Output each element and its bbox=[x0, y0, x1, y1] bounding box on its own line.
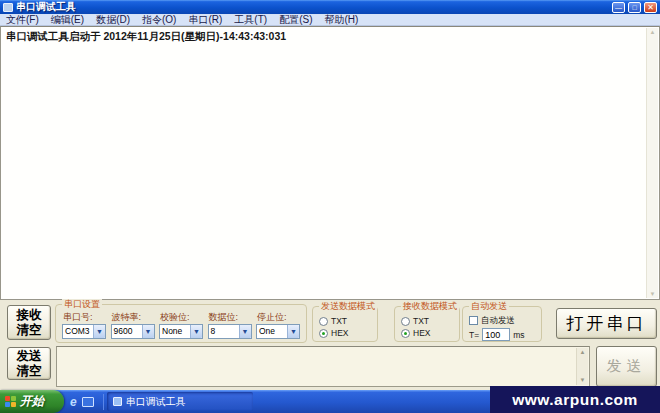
baudrate-field: 波特率: 9600 ▼ bbox=[111, 312, 155, 342]
receive-mode-txt-label: TXT bbox=[413, 316, 429, 326]
menu-help[interactable]: 帮助(H) bbox=[324, 14, 358, 26]
radio-icon[interactable] bbox=[319, 317, 328, 326]
menu-file[interactable]: 文件(F) bbox=[6, 14, 39, 26]
databits-select[interactable]: 8 ▼ bbox=[208, 324, 252, 339]
send-mode-hex-label: HEX bbox=[331, 328, 348, 338]
chevron-down-icon[interactable]: ▼ bbox=[190, 325, 202, 338]
stopbits-select[interactable]: One ▼ bbox=[256, 324, 300, 339]
auto-send-group: 自动发送 自动发送 T= ms bbox=[462, 306, 542, 342]
menu-data[interactable]: 数据(D) bbox=[96, 14, 130, 26]
receive-log-area[interactable]: 串口调试工具启动于 2012年11月25日(星期日)-14:43:43:031 … bbox=[0, 26, 660, 300]
menu-bar: 文件(F) 编辑(E) 数据(D) 指令(O) 串口(R) 工具(T) 配置(S… bbox=[0, 14, 660, 26]
auto-send-option[interactable]: 自动发送 bbox=[469, 314, 541, 326]
receive-mode-txt-option[interactable]: TXT bbox=[401, 315, 459, 327]
close-button[interactable]: ✕ bbox=[644, 2, 657, 13]
radio-selected-icon[interactable] bbox=[319, 329, 328, 338]
interval-input[interactable] bbox=[482, 328, 510, 341]
startup-log-line: 串口调试工具启动于 2012年11月25日(星期日)-14:43:43:031 bbox=[6, 30, 654, 44]
show-desktop-icon[interactable] bbox=[82, 397, 94, 407]
receive-mode-hex-option[interactable]: HEX bbox=[401, 327, 459, 339]
send-scrollbar[interactable]: ▲ ▼ bbox=[576, 348, 588, 385]
parity-field: 校验位: None ▼ bbox=[159, 312, 203, 342]
watermark-banner: www.arpun.com bbox=[490, 386, 660, 413]
internet-explorer-icon[interactable]: e bbox=[70, 396, 77, 408]
send-input[interactable]: ▲ ▼ bbox=[56, 346, 590, 387]
send-mode-txt-option[interactable]: TXT bbox=[319, 315, 377, 327]
scroll-down-icon[interactable]: ▼ bbox=[580, 376, 586, 385]
chevron-down-icon[interactable]: ▼ bbox=[93, 325, 105, 338]
menu-tools[interactable]: 工具(T) bbox=[234, 14, 267, 26]
receive-clear-button[interactable]: 接收 清空 bbox=[7, 305, 51, 340]
serial-settings-title: 串口设置 bbox=[62, 299, 102, 309]
send-mode-hex-option[interactable]: HEX bbox=[319, 327, 377, 339]
baudrate-select[interactable]: 9600 ▼ bbox=[111, 324, 155, 339]
maximize-button[interactable]: □ bbox=[628, 2, 641, 13]
send-mode-txt-label: TXT bbox=[331, 316, 347, 326]
quick-launch-bar: e bbox=[64, 396, 100, 408]
scroll-up-icon[interactable]: ▲ bbox=[580, 348, 586, 357]
stopbits-label: 停止位: bbox=[257, 312, 300, 322]
stopbits-value: One bbox=[257, 325, 287, 338]
taskbar-divider bbox=[103, 394, 104, 410]
scroll-down-icon[interactable]: ▼ bbox=[650, 290, 656, 298]
scroll-up-icon[interactable]: ▲ bbox=[650, 28, 656, 36]
chevron-down-icon[interactable]: ▼ bbox=[142, 325, 154, 338]
chevron-down-icon[interactable]: ▼ bbox=[287, 325, 299, 338]
chevron-down-icon[interactable]: ▼ bbox=[239, 325, 251, 338]
baudrate-value: 9600 bbox=[112, 325, 142, 338]
send-mode-title: 发送数据模式 bbox=[319, 301, 377, 311]
parity-label: 校验位: bbox=[160, 312, 203, 322]
send-mode-group: 发送数据模式 TXT HEX bbox=[312, 306, 378, 342]
receive-mode-group: 接收数据模式 TXT HEX bbox=[394, 306, 460, 342]
interval-prefix-label: T= bbox=[469, 330, 479, 340]
app-window-icon bbox=[113, 397, 122, 406]
databits-label: 数据位: bbox=[209, 312, 252, 322]
control-panel: 接收 清空 发送 清空 串口设置 串口号: COM3 ▼ 波特率: 9600 ▼… bbox=[0, 300, 660, 390]
title-bar: 串口调试工具 — □ ✕ bbox=[0, 0, 660, 14]
port-label: 串口号: bbox=[63, 312, 106, 322]
databits-field: 数据位: 8 ▼ bbox=[208, 312, 252, 342]
taskbar-task-button[interactable]: 串口调试工具 bbox=[107, 392, 253, 411]
watermark-text: www.arpun.com bbox=[512, 391, 638, 409]
receive-mode-title: 接收数据模式 bbox=[401, 301, 459, 311]
open-port-button[interactable]: 打开串口 bbox=[556, 308, 657, 339]
radio-selected-icon[interactable] bbox=[401, 329, 410, 338]
port-field: 串口号: COM3 ▼ bbox=[62, 312, 106, 342]
baudrate-label: 波特率: bbox=[112, 312, 155, 322]
menu-edit[interactable]: 编辑(E) bbox=[51, 14, 84, 26]
menu-config[interactable]: 配置(S) bbox=[279, 14, 312, 26]
parity-value: None bbox=[160, 325, 190, 338]
auto-send-title: 自动发送 bbox=[469, 301, 509, 311]
menu-command[interactable]: 指令(O) bbox=[142, 14, 176, 26]
minimize-button[interactable]: — bbox=[612, 2, 625, 13]
port-value: COM3 bbox=[63, 325, 93, 338]
checkbox-icon[interactable] bbox=[469, 316, 478, 325]
menu-serial[interactable]: 串口(R) bbox=[188, 14, 222, 26]
window-title: 串口调试工具 bbox=[16, 0, 609, 14]
send-button[interactable]: 发送 bbox=[596, 346, 657, 387]
receive-scrollbar[interactable]: ▲ ▼ bbox=[646, 28, 658, 298]
task-button-label: 串口调试工具 bbox=[126, 395, 186, 409]
serial-settings-group: 串口设置 串口号: COM3 ▼ 波特率: 9600 ▼ 校验位: None bbox=[55, 304, 307, 343]
stopbits-field: 停止位: One ▼ bbox=[256, 312, 300, 342]
port-select[interactable]: COM3 ▼ bbox=[62, 324, 106, 339]
start-label: 开始 bbox=[20, 393, 44, 410]
receive-mode-hex-label: HEX bbox=[413, 328, 430, 338]
windows-logo-icon bbox=[5, 396, 16, 407]
interval-unit-label: ms bbox=[513, 330, 524, 340]
app-icon bbox=[3, 3, 13, 12]
radio-icon[interactable] bbox=[401, 317, 410, 326]
send-clear-button[interactable]: 发送 清空 bbox=[7, 347, 51, 380]
databits-value: 8 bbox=[209, 325, 239, 338]
auto-send-label: 自动发送 bbox=[481, 315, 515, 325]
interval-row: T= ms bbox=[469, 328, 541, 341]
start-button[interactable]: 开始 bbox=[0, 390, 64, 413]
parity-select[interactable]: None ▼ bbox=[159, 324, 203, 339]
app-window: 串口调试工具 — □ ✕ 文件(F) 编辑(E) 数据(D) 指令(O) 串口(… bbox=[0, 0, 660, 390]
